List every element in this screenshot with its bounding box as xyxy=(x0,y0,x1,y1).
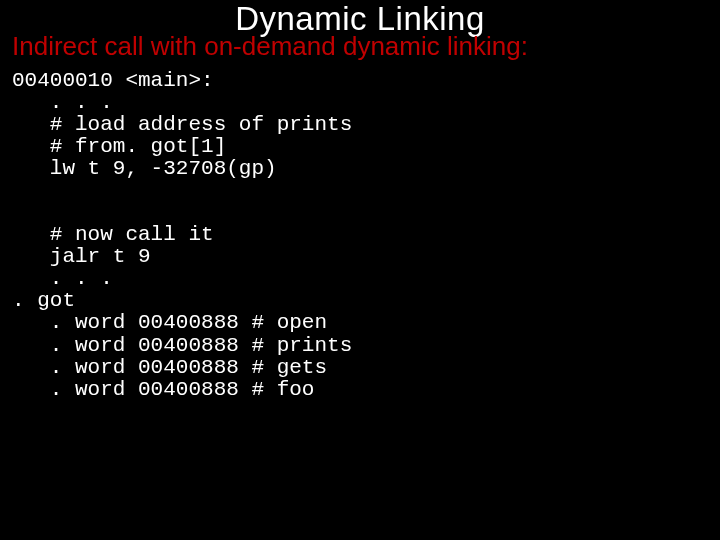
code-line: . got xyxy=(12,289,75,312)
code-line: jalr t 9 xyxy=(12,245,151,268)
code-line: . . . xyxy=(12,267,113,290)
code-line: # from. got[1] xyxy=(12,135,226,158)
slide: Dynamic Linking Indirect call with on-de… xyxy=(0,0,720,540)
code-line: . word 00400888 # open xyxy=(12,311,327,334)
code-line: . word 00400888 # gets xyxy=(12,356,327,379)
code-line: 00400010 <main>: xyxy=(12,69,214,92)
code-line: . word 00400888 # foo xyxy=(12,378,314,401)
code-line: . word 00400888 # prints xyxy=(12,334,352,357)
slide-subtitle: Indirect call with on-demand dynamic lin… xyxy=(0,33,720,60)
code-line: # load address of prints xyxy=(12,113,352,136)
code-line: lw t 9, -32708(gp) xyxy=(12,157,277,180)
code-line: # now call it xyxy=(12,223,214,246)
code-block: 00400010 <main>: . . . # load address of… xyxy=(0,60,720,401)
code-line: . . . xyxy=(12,91,113,114)
